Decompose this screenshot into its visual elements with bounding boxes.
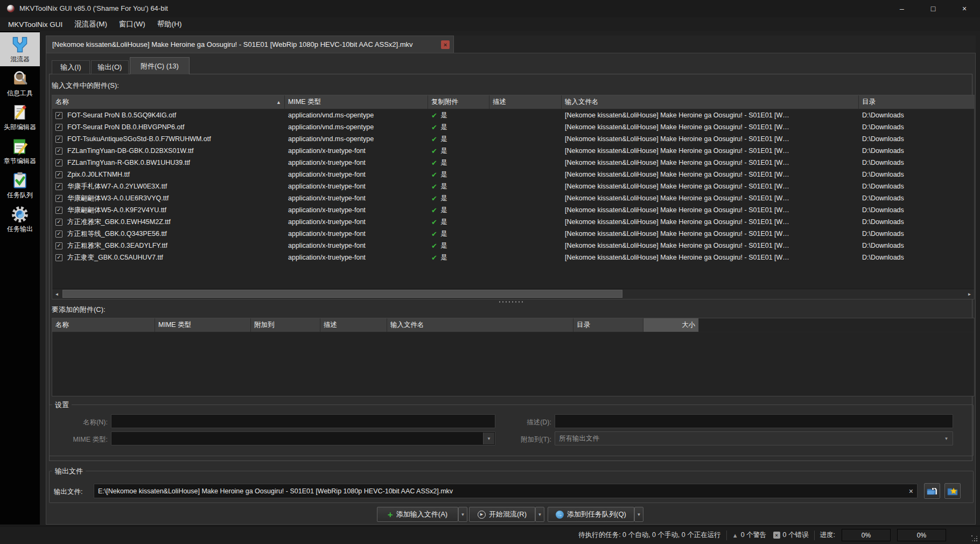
copy-value: 是 <box>440 229 447 239</box>
checkbox-checked[interactable]: ✓ <box>55 183 62 190</box>
green-check-icon: ✔ <box>431 218 437 226</box>
header-input-file[interactable]: 输入文件名 <box>562 95 859 109</box>
header-directory[interactable]: 目录 <box>859 95 974 109</box>
attachment-directory: D:\Downloads <box>859 228 974 240</box>
splitter-handle[interactable] <box>498 301 523 303</box>
dropdown-arrow-icon[interactable]: ▼ <box>483 433 494 444</box>
checkbox-checked[interactable]: ✓ <box>55 136 62 143</box>
maximize-button[interactable]: □ <box>918 0 949 17</box>
attach-to-combobox[interactable]: 所有输出文件 ▼ <box>555 431 953 445</box>
file-tab[interactable]: [Nekomoe kissaten&LoliHouse] Make Heroin… <box>46 36 454 53</box>
check-icon: ✓ <box>57 136 61 142</box>
checkbox-checked[interactable]: ✓ <box>55 219 62 226</box>
minimize-button[interactable]: – <box>886 0 918 17</box>
header-mime-type[interactable]: MIME 类型 <box>285 95 428 109</box>
attachment-row[interactable]: ✓方正隶变_GBK.0.C5AUHUV7.ttf application/x-t… <box>52 252 974 263</box>
check-icon: ✓ <box>57 148 61 154</box>
scrollbar-thumb[interactable] <box>62 290 622 298</box>
checkbox-checked[interactable]: ✓ <box>55 112 62 119</box>
attachment-directory: D:\Downloads <box>859 169 974 180</box>
scroll-right-arrow[interactable]: ► <box>965 289 974 299</box>
tab-input[interactable]: 输入(I) <box>52 60 90 74</box>
sidebar-item-header-editor[interactable]: 头部编辑器 <box>0 100 40 134</box>
add-to-job-queue-dropdown[interactable]: ▼ <box>634 507 643 522</box>
menu-multiplexer[interactable]: 混流器(M) <box>68 18 113 31</box>
add-source-files-button[interactable]: + 添加输入文件(A) <box>377 507 458 522</box>
attachment-row[interactable]: ✓FOT-Seurat ProN DB.0.HBVGPNP6.otf appli… <box>52 121 974 133</box>
checkbox-checked[interactable]: ✓ <box>55 231 62 238</box>
resize-grip[interactable] <box>971 535 978 542</box>
attachment-input-file: [Nekomoe kissaten&LoliHouse] Make Heroin… <box>562 204 859 216</box>
checkbox-checked[interactable]: ✓ <box>55 254 62 261</box>
menu-mkvtoolnix-gui[interactable]: MKVToolNix GUI <box>2 19 68 30</box>
copy-value: 是 <box>440 253 447 262</box>
start-multiplexing-button[interactable]: ▶ 开始混流(R) <box>469 507 535 522</box>
gear-icon <box>10 205 30 224</box>
tab-close-button[interactable]: × <box>441 40 450 49</box>
sidebar-item-info-tool[interactable]: 信息工具 <box>0 66 40 100</box>
attachment-row[interactable]: ✓FZLanTingYuan-DB-GBK.0.D2BXS01W.ttf app… <box>52 145 974 157</box>
attachment-directory: D:\Downloads <box>859 240 974 252</box>
attachment-row[interactable]: ✓华康翩翩体W3-A.0.UE6R3VYQ.ttf application/x-… <box>52 192 974 204</box>
tab-label: 输入(I) <box>60 62 81 72</box>
add-source-files-dropdown[interactable]: ▼ <box>458 507 467 522</box>
tab-attachments[interactable]: 附件(C) (13) <box>130 57 190 74</box>
header-description[interactable]: 描述 <box>320 318 387 332</box>
checkbox-checked[interactable]: ✓ <box>55 207 62 214</box>
attachment-row[interactable]: ✓FZLanTingYuan-R-GBK.0.BW1UHU39.ttf appl… <box>52 157 974 169</box>
header-size[interactable]: 大小 <box>643 318 699 332</box>
attachment-directory: D:\Downloads <box>859 109 974 121</box>
header-description[interactable]: 描述 <box>489 95 562 109</box>
header-name[interactable]: 名称▲ <box>52 95 285 109</box>
header-input-file[interactable]: 输入文件名 <box>387 318 573 332</box>
sidebar-item-job-output[interactable]: 任务输出 <box>0 202 40 236</box>
sidebar-item-job-queue[interactable]: 任务队列 <box>0 168 40 202</box>
file-tab-bar: [Nekomoe kissaten&LoliHouse] Make Heroin… <box>46 36 976 53</box>
menu-window[interactable]: 窗口(W) <box>113 18 151 31</box>
menu-help[interactable]: 帮助(H) <box>151 18 188 31</box>
header-copy-attachment[interactable]: 复制附件 <box>428 95 489 109</box>
favorite-output-button[interactable] <box>944 483 961 499</box>
header-name[interactable]: 名称 <box>52 318 155 332</box>
checkbox-checked[interactable]: ✓ <box>55 148 62 155</box>
dropdown-arrow-icon[interactable]: ▼ <box>941 433 952 444</box>
attachment-row[interactable]: ✓FOT-Seurat ProN B.0.5GQ9K4IG.otf applic… <box>52 109 974 121</box>
scrollbar-track[interactable] <box>61 289 965 299</box>
description-input[interactable] <box>555 414 953 428</box>
table-header: 名称▲ MIME 类型 复制附件 描述 输入文件名 目录 <box>52 95 974 109</box>
dropdown-arrow-icon: ▼ <box>461 512 465 517</box>
attachment-input-file: [Nekomoe kissaten&LoliHouse] Make Heroin… <box>562 157 859 169</box>
checkbox-checked[interactable]: ✓ <box>55 124 62 131</box>
tab-output[interactable]: 输出(O) <box>91 60 129 74</box>
checkbox-checked[interactable]: ✓ <box>55 195 62 202</box>
green-check-icon: ✔ <box>431 147 437 155</box>
attachment-row[interactable]: ✓方正粗等线_GBK.0.Q343PE56.ttf application/x-… <box>52 228 974 240</box>
error-icon: × <box>773 532 780 539</box>
clear-icon[interactable]: × <box>909 487 913 496</box>
name-input[interactable] <box>111 414 495 428</box>
attachment-row[interactable]: ✓FOT-TsukuAntiqueSGoStd-B.0.F7WRUHWM.otf… <box>52 133 974 145</box>
header-attach-to[interactable]: 附加到 <box>251 318 320 332</box>
output-file-input[interactable]: E:\[Nekomoe kissaten&LoliHouse] Make Her… <box>94 484 918 498</box>
checkbox-checked[interactable]: ✓ <box>55 159 62 166</box>
attachment-row[interactable]: ✓方正准雅宋_GBK.0.EWH45M2Z.ttf application/x-… <box>52 216 974 228</box>
scroll-left-arrow[interactable]: ◄ <box>52 289 61 299</box>
mime-combobox[interactable]: ▼ <box>111 431 495 445</box>
checkbox-checked[interactable]: ✓ <box>55 242 62 249</box>
browse-output-button[interactable] <box>924 483 940 499</box>
add-to-job-queue-button[interactable]: → 添加到任务队列(Q) <box>548 507 634 522</box>
attachment-row[interactable]: ✓Zpix.0.J0LKTNMH.ttf application/x-truet… <box>52 169 974 180</box>
sidebar-item-chapter-editor[interactable]: 章节编辑器 <box>0 134 40 168</box>
header-mime-type[interactable]: MIME 类型 <box>155 318 251 332</box>
start-multiplexing-dropdown[interactable]: ▼ <box>535 507 544 522</box>
header-filler <box>699 318 974 332</box>
sidebar-item-multiplexer[interactable]: 混流器 <box>0 32 40 66</box>
attachment-row[interactable]: ✓方正粗雅宋_GBK.0.3EADYLFY.ttf application/x-… <box>52 240 974 252</box>
attachment-row[interactable]: ✓华康翩翩体W5-A.0.K9F2V4YU.ttf application/x-… <box>52 204 974 216</box>
close-button[interactable]: × <box>949 0 980 17</box>
checkbox-checked[interactable]: ✓ <box>55 171 62 178</box>
sidebar-item-label: 信息工具 <box>0 89 40 98</box>
header-directory[interactable]: 目录 <box>573 318 643 332</box>
attachment-row[interactable]: ✓华康手札体W7-A.0.2YLW0E3X.ttf application/x-… <box>52 180 974 192</box>
menu-bar: MKVToolNix GUI 混流器(M) 窗口(W) 帮助(H) <box>0 17 980 31</box>
